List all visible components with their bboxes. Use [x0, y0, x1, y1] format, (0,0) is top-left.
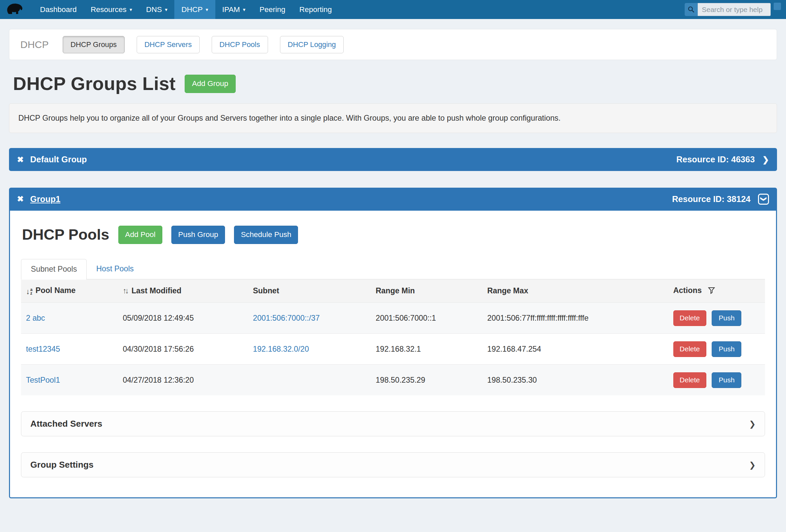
range-max-cell: 198.50.235.30	[482, 365, 668, 396]
close-icon[interactable]: ✖	[17, 155, 24, 164]
subnet-link[interactable]: 192.168.32.0/20	[253, 345, 309, 353]
last-modified-cell: 04/30/2018 17:56:26	[118, 334, 248, 365]
range-min-cell: 198.50.235.29	[371, 365, 482, 396]
delete-button[interactable]: Delete	[673, 341, 706, 357]
nav-item-dhcp[interactable]: DHCP ▾	[174, 0, 215, 19]
group1-detail: DHCP Pools Add Pool Push Group Schedule …	[9, 211, 777, 499]
column-actions: Actions	[668, 279, 765, 303]
caret-down-icon: ▾	[130, 7, 132, 13]
chevron-down-icon[interactable]: ❯	[758, 194, 769, 205]
column-pool-name[interactable]: ↓azPool Name	[21, 279, 118, 303]
tab-subnet-pools[interactable]: Subnet Pools	[21, 259, 87, 280]
push-button[interactable]: Push	[712, 341, 741, 357]
nav-item-peering[interactable]: Peering	[252, 0, 292, 19]
column-subnet: Subnet	[248, 279, 371, 303]
group-name: Default Group	[30, 155, 87, 164]
group-settings-panel[interactable]: Group Settings ❯	[21, 452, 765, 477]
nav-item-ipam[interactable]: IPAM ▾	[215, 0, 253, 19]
push-button[interactable]: Push	[712, 310, 741, 326]
nav-item-dns[interactable]: DNS ▾	[139, 0, 174, 19]
caret-down-icon: ▾	[243, 7, 246, 13]
caret-down-icon: ▾	[165, 7, 168, 13]
nav-label: Resources	[91, 5, 127, 14]
last-modified-cell: 04/27/2018 12:36:20	[118, 365, 248, 396]
nav-label: DNS	[146, 5, 162, 14]
add-group-button[interactable]: Add Group	[185, 75, 236, 93]
column-label: Pool Name	[35, 286, 75, 295]
chevron-right-icon: ❯	[749, 419, 756, 429]
subnet-pools-table: ↓azPool Name ↑↓Last Modified Subnet Rang…	[21, 279, 765, 395]
nav-item-dashboard[interactable]: Dashboard	[33, 0, 84, 19]
push-button[interactable]: Push	[712, 372, 741, 388]
column-label: Actions	[673, 286, 702, 295]
range-max-cell: 2001:506:77ff:ffff:ffff:ffff:ffff:fffe	[482, 303, 668, 334]
nav-item-reporting[interactable]: Reporting	[292, 0, 339, 19]
range-min-cell: 192.168.32.1	[371, 334, 482, 365]
group-bar-default-group[interactable]: ✖ Default Group Resource ID: 46363 ❯	[9, 148, 777, 171]
nav-label: IPAM	[222, 5, 240, 14]
app-logo[interactable]	[6, 0, 24, 19]
group-name-link[interactable]: Group1	[30, 194, 61, 204]
group-panel-group1: ✖ Group1 Resource ID: 38124 ❯ DHCP Pools…	[9, 188, 777, 499]
section-label: DHCP	[20, 39, 49, 50]
add-pool-button[interactable]: Add Pool	[118, 226, 162, 244]
nav-label: Reporting	[299, 5, 332, 14]
schedule-push-button[interactable]: Schedule Push	[234, 226, 298, 244]
filter-icon[interactable]	[706, 287, 715, 296]
pool-name-link[interactable]: 2 abc	[26, 314, 45, 322]
sort-icon[interactable]: ↑↓	[123, 286, 127, 295]
global-search	[685, 0, 782, 19]
pools-header: DHCP Pools Add Pool Push Group Schedule …	[22, 226, 765, 244]
resource-id-label: Resource ID: 46363	[676, 155, 755, 164]
column-last-modified[interactable]: ↑↓Last Modified	[118, 279, 248, 303]
close-icon[interactable]: ✖	[17, 194, 24, 204]
panel-label: Group Settings	[30, 460, 94, 470]
tab-host-pools[interactable]: Host Pools	[87, 259, 143, 279]
column-label: Range Max	[487, 286, 528, 295]
caret-down-icon: ▾	[206, 7, 208, 13]
delete-button[interactable]: Delete	[673, 372, 706, 388]
push-group-button[interactable]: Push Group	[171, 226, 225, 244]
nav-item-resources[interactable]: Resources ▾	[84, 0, 139, 19]
search-icon[interactable]	[685, 3, 698, 16]
column-label: Subnet	[253, 286, 279, 295]
tab-dhcp-logging[interactable]: DHCP Logging	[280, 36, 344, 53]
groups-description: DHCP Groups help you to organize all of …	[9, 103, 777, 133]
resource-id-label: Resource ID: 38124	[672, 194, 750, 204]
chevron-right-icon: ❯	[749, 460, 756, 470]
chevron-right-icon[interactable]: ❯	[762, 155, 769, 164]
table-header-row: ↓azPool Name ↑↓Last Modified Subnet Rang…	[21, 279, 765, 303]
attached-servers-panel[interactable]: Attached Servers ❯	[21, 411, 765, 436]
top-navbar: Dashboard Resources ▾ DNS ▾ DHCP ▾ IPAM …	[0, 0, 786, 19]
panel-label: Attached Servers	[30, 419, 102, 429]
pool-name-link[interactable]: test12345	[26, 345, 60, 353]
column-range-min: Range Min	[371, 279, 482, 303]
group-bar-group1[interactable]: ✖ Group1 Resource ID: 38124 ❯	[9, 188, 777, 211]
sort-alpha-icon[interactable]: ↓az	[26, 287, 32, 296]
pool-type-tabs: Subnet Pools Host Pools	[21, 259, 765, 280]
last-modified-cell: 05/09/2018 12:49:45	[118, 303, 248, 334]
page-title: DHCP Groups List	[13, 73, 176, 94]
tab-dhcp-servers[interactable]: DHCP Servers	[137, 36, 200, 53]
nav-label: DHCP	[181, 5, 203, 14]
tab-dhcp-pools[interactable]: DHCP Pools	[212, 36, 268, 53]
dhcp-pools-title: DHCP Pools	[22, 226, 109, 243]
corner-widget-icon[interactable]	[774, 3, 781, 10]
column-label: Last Modified	[131, 286, 181, 295]
title-row: DHCP Groups List Add Group	[13, 73, 777, 94]
pool-name-link[interactable]: TestPool1	[26, 376, 60, 384]
main-content: DHCP DHCP Groups DHCP Servers DHCP Pools…	[0, 29, 786, 513]
nav-label: Peering	[259, 5, 285, 14]
column-range-max: Range Max	[482, 279, 668, 303]
column-label: Range Min	[376, 286, 415, 295]
dhcp-section-tabs: DHCP DHCP Groups DHCP Servers DHCP Pools…	[9, 29, 777, 60]
range-min-cell: 2001:506:7000::1	[371, 303, 482, 334]
range-max-cell: 192.168.47.254	[482, 334, 668, 365]
nav-label: Dashboard	[40, 5, 77, 14]
table-row: test12345 04/30/2018 17:56:26 192.168.32…	[21, 334, 765, 365]
delete-button[interactable]: Delete	[673, 310, 706, 326]
table-row: TestPool1 04/27/2018 12:36:20 198.50.235…	[21, 365, 765, 396]
tab-dhcp-groups[interactable]: DHCP Groups	[63, 36, 125, 53]
search-input[interactable]	[698, 3, 771, 16]
subnet-link[interactable]: 2001:506:7000::/37	[253, 314, 320, 322]
